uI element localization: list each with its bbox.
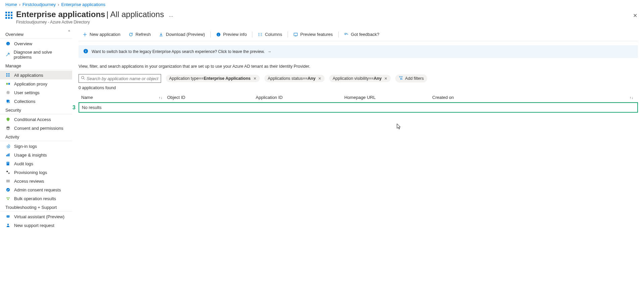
sidebar-item-label: Sign-in logs	[14, 144, 37, 149]
new-application-button[interactable]: New application	[79, 31, 125, 38]
close-icon[interactable]: ✕	[253, 76, 256, 81]
info-icon: i	[5, 41, 11, 46]
svg-text:i: i	[8, 43, 8, 46]
sidebar-item-application-proxy[interactable]: Application proxy	[0, 79, 72, 88]
svg-rect-22	[7, 216, 10, 218]
close-icon[interactable]: ✕	[318, 76, 321, 81]
apps-icon	[5, 72, 11, 78]
sidebar-section-title: Troubleshooting + Support	[0, 203, 72, 212]
arrow-right-icon[interactable]: →	[267, 49, 271, 54]
sidebar-item-label: Application proxy	[14, 81, 47, 86]
sidebar-item-collections[interactable]: Collections	[0, 97, 72, 106]
filter-application-status[interactable]: Applications status == Any ✕	[264, 75, 325, 82]
sidebar-item-consent-and-permissions[interactable]: Consent and permissions	[0, 124, 72, 132]
wrench-icon	[5, 52, 10, 57]
sidebar-item-usage-insights[interactable]: Usage & insights	[0, 151, 72, 159]
svg-rect-5	[8, 75, 10, 77]
close-icon[interactable]: ✕	[633, 12, 637, 19]
breadcrumb-tenant[interactable]: Firstcloudjourney	[22, 2, 56, 7]
sort-icon[interactable]: ↑↓	[159, 96, 162, 100]
sidebar-item-virtual-assistant-preview-[interactable]: Virtual assistant (Preview)	[0, 212, 72, 221]
sidebar-item-label: Conditional Access	[14, 117, 51, 122]
sidebar-item-label: Collections	[14, 99, 36, 104]
svg-rect-14	[7, 162, 9, 166]
admin-icon	[5, 187, 11, 192]
column-created-on[interactable]: Created on ↑↓	[432, 95, 638, 100]
description-text: View, filter, and search applications in…	[79, 64, 638, 69]
refresh-button[interactable]: Refresh	[125, 31, 155, 38]
svg-rect-2	[6, 73, 8, 75]
filter-label: Add filters	[405, 76, 424, 81]
sidebar-item-label: Overview	[14, 41, 32, 46]
sort-icon[interactable]: ↑↓	[630, 96, 633, 100]
sidebar-item-audit-logs[interactable]: Audit logs	[0, 159, 72, 168]
chart-icon	[5, 152, 11, 158]
close-icon[interactable]: ✕	[384, 76, 387, 81]
prov-icon	[5, 170, 11, 175]
svg-rect-9	[7, 100, 9, 102]
main-content: New application Refresh Download (Previe…	[72, 28, 644, 291]
table-header: Name ↑↓ Object ID Application ID Homepag…	[79, 93, 638, 102]
download-button[interactable]: Download (Preview)	[155, 31, 209, 38]
no-results-row: 3 No results	[79, 102, 638, 113]
access-icon	[5, 178, 11, 184]
feedback-icon	[344, 32, 349, 37]
collapse-sidebar-icon[interactable]: «	[68, 28, 70, 33]
divider	[210, 32, 211, 38]
svg-point-21	[7, 199, 9, 200]
sidebar-item-label: New support request	[14, 223, 54, 228]
sidebar-item-label: All applications	[14, 73, 43, 78]
sidebar-item-admin-consent-requests[interactable]: Admin consent requests	[0, 185, 72, 194]
plus-icon	[83, 32, 87, 37]
divider	[288, 32, 288, 38]
info-icon: i	[83, 49, 88, 55]
sidebar-item-all-applications[interactable]: All applications	[0, 71, 72, 79]
assistant-icon	[5, 214, 11, 219]
breadcrumb-home[interactable]: Home	[5, 2, 17, 7]
column-homepage-url[interactable]: Homepage URL	[344, 95, 432, 100]
add-filters-button[interactable]: Add filters	[395, 74, 427, 82]
svg-point-23	[7, 216, 8, 217]
chevron-right-icon: ›	[19, 2, 20, 7]
svg-rect-28	[294, 33, 298, 36]
search-input[interactable]	[87, 76, 159, 81]
sidebar-section-title: Security	[0, 106, 72, 114]
column-name[interactable]: Name ↑↓	[79, 95, 167, 100]
divider	[338, 32, 339, 38]
sidebar-item-sign-in-logs[interactable]: Sign-in logs	[0, 142, 72, 151]
filter-application-type[interactable]: Application type == Enterprise Applicati…	[166, 75, 260, 82]
sidebar: « OverviewiOverviewDiagnose and solve pr…	[0, 28, 72, 291]
search-input-wrap[interactable]	[79, 74, 161, 83]
column-application-id[interactable]: Application ID	[256, 95, 344, 100]
chevron-right-icon: ›	[58, 2, 59, 7]
svg-point-29	[345, 33, 346, 35]
sidebar-item-conditional-access[interactable]: Conditional Access	[0, 115, 72, 124]
more-button[interactable]: ⋯	[169, 14, 173, 19]
columns-button[interactable]: Columns	[254, 31, 286, 38]
column-object-id[interactable]: Object ID	[167, 95, 256, 100]
sidebar-item-user-settings[interactable]: User settings	[0, 88, 72, 97]
svg-point-19	[7, 197, 8, 199]
toolbar-label: New application	[90, 32, 120, 37]
svg-rect-16	[7, 163, 8, 163]
filter-application-visibility[interactable]: Application visibility == Any ✕	[329, 75, 391, 82]
sidebar-item-provisioning-logs[interactable]: Provisioning logs	[0, 168, 72, 177]
svg-rect-12	[7, 154, 8, 156]
signin-icon	[5, 143, 11, 149]
bulk-icon	[5, 196, 11, 201]
preview-features-button[interactable]: Preview features	[289, 31, 337, 38]
feedback-button[interactable]: Got feedback?	[340, 31, 384, 38]
sidebar-item-label: Access reviews	[14, 179, 44, 184]
sidebar-item-diagnose-and-solve-problems[interactable]: Diagnose and solve problems	[0, 48, 72, 61]
shield-icon	[5, 117, 11, 122]
toolbar-label: Download (Preview)	[166, 32, 205, 37]
preview-banner[interactable]: i Want to switch back to the legacy Ente…	[79, 45, 638, 58]
breadcrumb-current[interactable]: Enterprise applications	[61, 2, 105, 7]
sidebar-item-new-support-request[interactable]: New support request	[0, 221, 72, 230]
download-icon	[159, 32, 163, 37]
sidebar-item-label: Provisioning logs	[14, 170, 47, 175]
sidebar-item-access-reviews[interactable]: Access reviews	[0, 177, 72, 185]
sidebar-item-bulk-operation-results[interactable]: Bulk operation results	[0, 194, 72, 203]
preview-info-button[interactable]: i Preview info	[212, 31, 251, 38]
sidebar-item-overview[interactable]: iOverview	[0, 39, 72, 48]
